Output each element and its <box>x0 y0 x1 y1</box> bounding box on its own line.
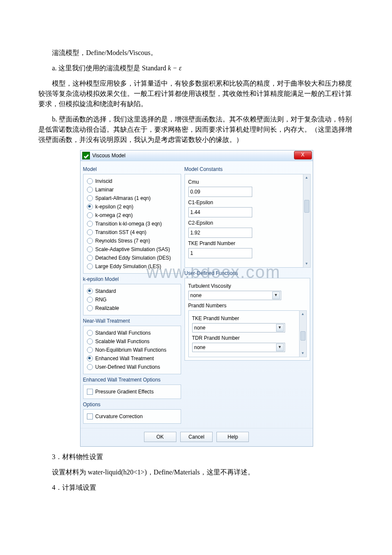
paragraph-3: 模型，这种模型应用较多，计算量适中，有较多数据积累和比较高的精度，对于曲率较大和… <box>38 78 354 109</box>
group-kepsilon-label: k-epsilon Model <box>83 275 181 283</box>
radio-transition-sst[interactable]: Transition SST (4 eqn) <box>87 228 177 237</box>
udf-turbvisc-value: none <box>190 292 202 299</box>
radio-sas[interactable]: Scale-Adaptive Simulation (SAS) <box>87 245 177 254</box>
ok-button[interactable]: OK <box>144 432 176 442</box>
label-des: Detached Eddy Simulation (DES) <box>95 254 171 262</box>
close-button[interactable]: X <box>294 151 312 159</box>
label-inviscid: Inviscid <box>95 177 112 185</box>
radio-ke-realizable[interactable]: Realizable <box>87 304 177 312</box>
label-reynolds-stress: Reynolds Stress (7 eqn) <box>95 237 150 245</box>
label-nw-scalable: Scalable Wall Functions <box>95 338 150 345</box>
chevron-down-icon: ▼ <box>276 324 284 332</box>
label-transition-kklomega: Transition k-kl-omega (3 eqn) <box>95 220 162 228</box>
dialog-title: Viscous Model <box>92 152 126 159</box>
const-c1eps-label: C1-Epsilon <box>188 199 306 206</box>
cancel-button[interactable]: Cancel <box>180 432 213 442</box>
viscous-model-dialog: Viscous Model X www.bdocx.com Model Invi… <box>80 150 312 447</box>
group-constants: Cmu 0.09 C1-Epsilon 1.44 C2-Epsilon 1.92… <box>184 174 310 268</box>
label-nw-userdef: User-Defined Wall Functions <box>95 363 160 371</box>
constants-scrollbar[interactable] <box>303 174 311 268</box>
label-sas: Scale-Adaptive Simulation (SAS) <box>95 246 170 253</box>
radio-laminar[interactable]: Laminar <box>87 185 177 194</box>
radio-nw-scalable[interactable]: Scalable Wall Functions <box>87 337 177 346</box>
check-curvature-correction[interactable]: Curvature Correction <box>87 412 177 421</box>
label-transition-sst: Transition SST (4 eqn) <box>95 228 147 236</box>
help-button[interactable]: Help <box>216 432 249 442</box>
label-ke-standard: Standard <box>95 287 116 295</box>
group-prandtl: TKE Prandtl Number none ▼ TDR Prandtl Nu… <box>188 310 306 357</box>
label-ke-rng: RNG <box>95 296 107 304</box>
label-k-omega: k-omega (2 eqn) <box>95 211 133 219</box>
paragraph-4: b. 壁面函数的选择，我们这里选择的是，增强壁面函数法。其不依赖壁面法则，对于复… <box>38 114 354 145</box>
radio-les[interactable]: Large Eddy Simulation (LES) <box>87 262 177 271</box>
const-tkepr-label: TKE Prandtl Number <box>188 240 306 247</box>
group-ewt-opts-label: Enhanced Wall Treatment Options <box>83 376 181 384</box>
app-icon <box>82 152 90 159</box>
radio-k-omega[interactable]: k-omega (2 eqn) <box>87 211 177 220</box>
prandtl-tke-label: TKE Prandtl Number <box>192 315 303 322</box>
chevron-down-icon: ▼ <box>272 292 280 299</box>
radio-nw-enhanced[interactable]: Enhanced Wall Treatment <box>87 354 177 363</box>
label-les: Large Eddy Simulation (LES) <box>95 263 161 270</box>
radio-transition-kklomega[interactable]: Transition k-kl-omega (3 eqn) <box>87 220 177 228</box>
const-cmu-input[interactable]: 0.09 <box>188 187 252 197</box>
const-c1eps-input[interactable]: 1.44 <box>188 207 252 217</box>
radio-ke-rng[interactable]: RNG <box>87 295 177 304</box>
const-tkepr-input[interactable]: 1 <box>188 248 252 258</box>
radio-k-epsilon[interactable]: k-epsilon (2 eqn) <box>87 202 177 211</box>
radio-nw-userdef[interactable]: User-Defined Wall Functions <box>87 363 177 371</box>
paragraph-1: 湍流模型，Define/Models/Viscous。 <box>38 48 354 58</box>
radio-reynolds-stress[interactable]: Reynolds Stress (7 eqn) <box>87 237 177 245</box>
group-options-label: Options <box>83 401 181 408</box>
group-udf-label: User-Defined Functions <box>184 269 310 277</box>
group-nearwall: Standard Wall Functions Scalable Wall Fu… <box>83 326 181 374</box>
paragraph-5: 3．材料物性设置 <box>38 452 354 462</box>
p2-text: a. 这里我们使用的湍流模型是 Standard <box>52 64 168 72</box>
radio-inviscid[interactable]: Inviscid <box>87 177 177 185</box>
label-nw-noneq: Non-Equilibrium Wall Functions <box>95 346 167 354</box>
group-prandtl-label: Prandtl Numbers <box>188 302 306 309</box>
prandtl-tdr-value: none <box>194 344 206 351</box>
prandtl-tke-value: none <box>194 324 206 332</box>
radio-nw-standard[interactable]: Standard Wall Functions <box>87 329 177 337</box>
label-nw-enhanced: Enhanced Wall Treatment <box>95 355 154 362</box>
udf-turbvisc-dropdown[interactable]: none ▼ <box>188 291 281 300</box>
label-spalart-allmaras: Spalart-Allmaras (1 eqn) <box>95 194 151 202</box>
const-c2eps-label: C2-Epsilon <box>188 219 306 227</box>
label-k-epsilon: k-epsilon (2 eqn) <box>95 203 133 211</box>
const-cmu-label: Cmu <box>188 178 306 186</box>
paragraph-7: 4．计算域设置 <box>38 483 354 493</box>
label-ke-realizable: Realizable <box>95 304 119 312</box>
label-nw-standard: Standard Wall Functions <box>95 329 151 337</box>
radio-ke-standard[interactable]: Standard <box>87 287 177 295</box>
group-udf: Turbulent Viscosity none ▼ Prandtl Numbe… <box>184 278 310 361</box>
label-pressure-gradient: Pressure Gradient Effects <box>95 388 154 396</box>
radio-nw-noneq[interactable]: Non-Equilibrium Wall Functions <box>87 346 177 354</box>
prandtl-tke-dropdown[interactable]: none ▼ <box>192 323 285 332</box>
dialog-button-row: OK Cancel Help <box>81 428 313 446</box>
prandtl-tdr-dropdown[interactable]: none ▼ <box>192 343 285 352</box>
udf-turbvisc-label: Turbulent Viscosity <box>188 282 306 290</box>
title-bar: Viscous Model X <box>81 150 313 161</box>
formula-k-epsilon: k − ε <box>168 64 182 72</box>
group-ewt-opts: Pressure Gradient Effects <box>83 384 181 399</box>
radio-spalart-allmaras[interactable]: Spalart-Allmaras (1 eqn) <box>87 194 177 202</box>
group-options: Curvature Correction <box>83 409 181 424</box>
group-model: Inviscid Laminar Spalart-Allmaras (1 eqn… <box>83 174 181 274</box>
paragraph-2: a. 这里我们使用的湍流模型是 Standard k − ε <box>38 63 354 73</box>
check-pressure-gradient[interactable]: Pressure Gradient Effects <box>87 387 177 396</box>
group-nearwall-label: Near-Wall Treatment <box>83 317 181 325</box>
chevron-down-icon: ▼ <box>276 344 284 351</box>
paragraph-6: 设置材料为 water-liquid(h20<1>)，Define/Materi… <box>38 467 354 477</box>
label-curvature-correction: Curvature Correction <box>95 413 143 420</box>
group-model-label: Model <box>83 165 181 173</box>
prandtl-tdr-label: TDR Prandtl Number <box>192 334 303 342</box>
radio-des[interactable]: Detached Eddy Simulation (DES) <box>87 254 177 262</box>
group-constants-label: Model Constants <box>184 165 310 173</box>
const-c2eps-input[interactable]: 1.92 <box>188 228 252 238</box>
prandtl-scrollbar[interactable] <box>299 310 307 357</box>
label-laminar: Laminar <box>95 186 114 194</box>
group-kepsilon: Standard RNG Realizable <box>83 284 181 315</box>
